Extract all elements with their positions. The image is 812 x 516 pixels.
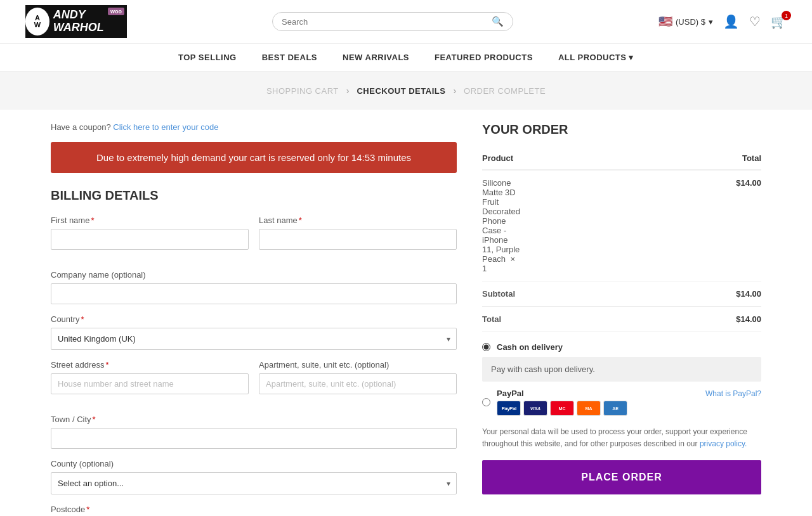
- order-title: YOUR ORDER: [482, 122, 761, 137]
- cash-radio[interactable]: [482, 343, 490, 351]
- street-required: *: [106, 360, 109, 370]
- header: AW ANDY WARHOL woo 🔍 🇺🇸 (USD) $ ▾ 👤 ♡ 🛒 …: [0, 0, 812, 44]
- company-group: Company name (optional): [51, 270, 457, 304]
- paypal-radio[interactable]: [482, 398, 490, 406]
- payment-section: Cash on delivery Pay with cash upon deli…: [482, 342, 761, 416]
- paypal-card-mc: MC: [550, 401, 574, 416]
- last-name-label: Last name*: [259, 216, 457, 225]
- nav-featured-products[interactable]: FEATURED PRODUCTS: [435, 53, 533, 62]
- what-is-paypal-link[interactable]: What is PayPal?: [705, 388, 761, 398]
- country-group: Country* United Kingdom (UK) United Stat…: [51, 314, 457, 350]
- first-name-input[interactable]: [51, 229, 249, 250]
- cash-description: Pay with cash upon delivery.: [482, 357, 761, 382]
- last-name-group: Last name*: [259, 216, 457, 250]
- right-column: YOUR ORDER Product Total Silicone Matte …: [482, 122, 761, 516]
- cart-icon[interactable]: 🛒 1: [771, 14, 787, 29]
- nav-best-deals[interactable]: BEST DEALS: [262, 53, 317, 62]
- paypal-label: PayPal: [497, 389, 524, 398]
- order-item-price: $14.00: [520, 170, 761, 281]
- cash-label: Cash on delivery: [497, 342, 563, 352]
- county-select-wrapper: Select an option... ▾: [51, 472, 457, 494]
- timer-message: Due to extremely high demand your cart i…: [96, 152, 411, 163]
- paypal-card-amex: AE: [603, 401, 627, 416]
- breadcrumb: SHOPPING CART › CHECKOUT DETAILS › ORDER…: [0, 72, 812, 110]
- paypal-cards: PayPal VISA MC MA AE: [497, 401, 627, 416]
- privacy-policy-link[interactable]: privacy policy.: [700, 439, 747, 448]
- first-name-required: *: [91, 216, 94, 225]
- country-required: *: [81, 314, 84, 324]
- search-input[interactable]: [282, 17, 492, 27]
- coupon-text: Have a coupon?: [51, 122, 111, 132]
- city-group: Town / City*: [51, 415, 457, 449]
- country-select[interactable]: United Kingdom (UK) United States (US) C…: [51, 328, 457, 350]
- breadcrumb-checkout-details[interactable]: CHECKOUT DETAILS: [357, 86, 445, 96]
- city-label: Town / City*: [51, 415, 457, 424]
- postcode-required: *: [86, 505, 89, 514]
- country-select-wrapper: United Kingdom (UK) United States (US) C…: [51, 328, 457, 350]
- wishlist-icon[interactable]: ♡: [749, 14, 761, 29]
- county-select[interactable]: Select an option...: [51, 472, 457, 494]
- cash-on-delivery-option[interactable]: Cash on delivery: [482, 342, 761, 352]
- woo-badge: woo: [108, 8, 124, 15]
- main-content: Have a coupon? Click here to enter your …: [25, 110, 787, 516]
- cart-badge: 1: [782, 11, 791, 20]
- subtotal-value: $14.00: [520, 281, 761, 307]
- last-name-input[interactable]: [259, 229, 457, 250]
- subtotal-row: Subtotal $14.00: [482, 281, 761, 307]
- user-icon[interactable]: 👤: [723, 14, 739, 29]
- order-table: Product Total Silicone Matte 3D Fruit De…: [482, 147, 761, 332]
- navigation: TOP SELLING BEST DEALS NEW ARRIVALS FEAT…: [0, 44, 812, 72]
- street-row: Street address* Apartment, suite, unit e…: [51, 360, 457, 404]
- first-name-group: First name*: [51, 216, 249, 250]
- col-product: Product: [482, 147, 520, 170]
- nav-top-selling[interactable]: TOP SELLING: [178, 53, 237, 62]
- timer-banner: Due to extremely high demand your cart i…: [51, 142, 457, 173]
- paypal-row: PayPal PayPal VISA MC MA AE What is PayP…: [482, 388, 761, 416]
- breadcrumb-arrow-2: ›: [453, 86, 456, 96]
- county-label: County (optional): [51, 459, 457, 468]
- apt-input[interactable]: [259, 373, 457, 394]
- coupon-line: Have a coupon? Click here to enter your …: [51, 122, 457, 132]
- street-group: Street address*: [51, 360, 249, 394]
- total-label: Total: [482, 307, 520, 332]
- apt-group: Apartment, suite, unit etc. (optional): [259, 360, 457, 394]
- paypal-card-pp: PayPal: [497, 401, 521, 416]
- country-label: Country*: [51, 314, 457, 324]
- search-bar[interactable]: 🔍: [272, 12, 513, 31]
- breadcrumb-order-complete[interactable]: ORDER COMPLETE: [464, 86, 546, 96]
- nav-all-products[interactable]: ALL PRODUCTS ▾: [558, 53, 634, 62]
- nav-new-arrivals[interactable]: NEW ARRIVALS: [343, 53, 409, 62]
- company-input[interactable]: [51, 283, 457, 304]
- all-products-chevron-icon: ▾: [629, 53, 634, 62]
- left-column: Have a coupon? Click here to enter your …: [51, 122, 457, 516]
- postcode-label: Postcode*: [51, 505, 457, 514]
- street-input[interactable]: [51, 373, 249, 394]
- city-input[interactable]: [51, 428, 457, 449]
- place-order-button[interactable]: PLACE ORDER: [482, 460, 761, 494]
- city-required: *: [93, 415, 96, 424]
- paypal-option[interactable]: PayPal PayPal VISA MC MA AE: [482, 388, 627, 416]
- last-name-required: *: [299, 216, 302, 225]
- currency-chevron-icon: ▾: [709, 17, 713, 27]
- postcode-group: Postcode*: [51, 505, 457, 516]
- currency-selector[interactable]: 🇺🇸 (USD) $ ▾: [658, 15, 713, 29]
- header-right: 🇺🇸 (USD) $ ▾ 👤 ♡ 🛒 1: [658, 14, 787, 29]
- order-item-name: Silicone Matte 3D Fruit Decorated Phone …: [482, 170, 520, 281]
- currency-text: (USD) $: [676, 17, 705, 27]
- company-label: Company name (optional): [51, 270, 457, 280]
- county-group: County (optional) Select an option... ▾: [51, 459, 457, 494]
- total-row: Total $14.00: [482, 307, 761, 332]
- coupon-link[interactable]: Click here to enter your code: [113, 122, 218, 132]
- paypal-card-visa: VISA: [523, 401, 547, 416]
- paypal-content: PayPal PayPal VISA MC MA AE: [497, 388, 627, 416]
- first-name-label: First name*: [51, 216, 249, 225]
- total-value: $14.00: [520, 307, 761, 332]
- billing-title: BILLING DETAILS: [51, 188, 457, 203]
- breadcrumb-arrow-1: ›: [346, 86, 350, 96]
- logo-area: AW ANDY WARHOL woo: [25, 5, 127, 38]
- flag-icon: 🇺🇸: [658, 15, 672, 29]
- breadcrumb-shopping-cart[interactable]: SHOPPING CART: [266, 86, 339, 96]
- col-total: Total: [520, 147, 761, 170]
- logo[interactable]: AW ANDY WARHOL woo: [25, 5, 127, 38]
- search-icon[interactable]: 🔍: [492, 16, 504, 27]
